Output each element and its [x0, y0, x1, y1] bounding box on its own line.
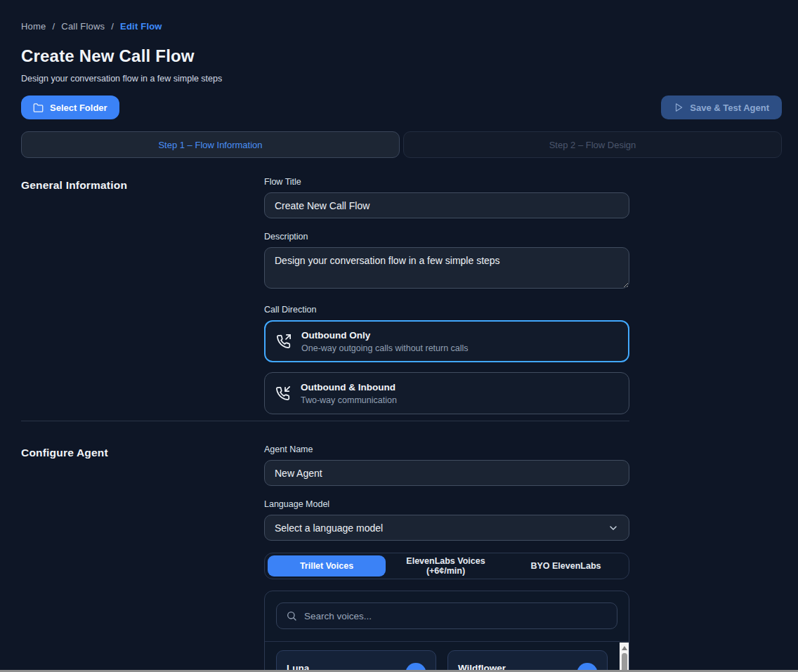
call-direction-label: Call Direction	[264, 305, 629, 315]
chevron-down-icon	[608, 522, 619, 534]
scroll-up-arrow-icon[interactable]	[622, 646, 627, 650]
option-desc: One-way outgoing calls without return ca…	[301, 343, 469, 353]
description-label: Description	[264, 232, 629, 242]
select-folder-label: Select Folder	[50, 103, 107, 113]
option-text: Outbound & Inbound Two-way communication	[301, 382, 397, 405]
description-textarea[interactable]: Design your conversation flow in a few s…	[264, 247, 629, 289]
flow-title-field: Flow Title	[264, 177, 629, 218]
description-field: Description Design your conversation flo…	[264, 232, 629, 291]
breadcrumb-separator: /	[52, 21, 55, 32]
save-test-agent-button[interactable]: Save & Test Agent	[661, 95, 782, 119]
step-tabs: Step 1 – Flow Information Step 2 – Flow …	[21, 131, 782, 158]
search-icon	[286, 610, 297, 621]
voices-scrollbar[interactable]	[620, 643, 629, 672]
step-tab-flow-design[interactable]: Step 2 – Flow Design	[403, 131, 782, 158]
breadcrumb-item-home[interactable]: Home	[21, 21, 46, 32]
voice-provider-tabs: Trillet Voices ElevenLabs Voices (+6¢/mi…	[264, 553, 629, 579]
save-test-agent-label: Save & Test Agent	[690, 103, 769, 113]
language-model-select[interactable]: Select a language model	[264, 515, 629, 541]
option-text: Outbound Only One-way outgoing calls wit…	[301, 330, 469, 353]
language-model-value: Select a language model	[275, 522, 383, 534]
voice-search	[276, 602, 617, 629]
breadcrumb: Home / Call Flows / Edit Flow	[21, 21, 782, 32]
flow-title-input[interactable]	[264, 192, 629, 218]
configure-agent-title: Configure Agent	[21, 444, 264, 672]
voices-grid: Luna Female, Calm Wildflower Alt Female,…	[276, 650, 608, 672]
voice-card-wildflower[interactable]: Wildflower Alt Female, Smart	[447, 650, 608, 672]
language-model-label: Language Model	[264, 499, 629, 509]
voices-list-area: Luna Female, Calm Wildflower Alt Female,…	[265, 641, 629, 672]
play-outline-icon	[674, 103, 683, 112]
agent-name-label: Agent Name	[264, 444, 629, 454]
voice-selection-panel: Luna Female, Calm Wildflower Alt Female,…	[264, 591, 629, 672]
call-direction-field: Call Direction Outbound Only One-way out…	[264, 305, 629, 414]
general-information-title: General Information	[21, 177, 264, 414]
option-title: Outbound & Inbound	[301, 382, 397, 393]
configure-agent-form: Agent Name Language Model Select a langu…	[264, 444, 629, 672]
option-title: Outbound Only	[301, 330, 469, 341]
flow-title-label: Flow Title	[264, 177, 629, 187]
phone-outgoing-icon	[276, 334, 291, 349]
phone-incoming-icon	[275, 386, 290, 401]
configure-agent-section: Configure Agent Agent Name Language Mode…	[21, 444, 782, 672]
voice-tab-byo-elevenlabs[interactable]: BYO ElevenLabs	[506, 561, 626, 571]
voice-tab-elevenlabs[interactable]: ElevenLabs Voices (+6¢/min)	[386, 556, 506, 576]
general-information-section: General Information Flow Title Descripti…	[21, 177, 782, 414]
folder-icon	[33, 103, 44, 113]
voice-tab-trillet[interactable]: Trillet Voices	[268, 555, 386, 577]
call-direction-option-outbound-only[interactable]: Outbound Only One-way outgoing calls wit…	[264, 320, 629, 362]
page-title: Create New Call Flow	[21, 46, 782, 66]
section-divider	[21, 421, 629, 421]
option-desc: Two-way communication	[301, 395, 397, 405]
step-tab-flow-information[interactable]: Step 1 – Flow Information	[21, 131, 400, 158]
select-folder-button[interactable]: Select Folder	[21, 95, 119, 119]
breadcrumb-item-edit-flow[interactable]: Edit Flow	[120, 21, 162, 32]
header-actions-row: Select Folder Save & Test Agent	[21, 95, 782, 119]
breadcrumb-separator: /	[111, 21, 114, 32]
scrollbar-thumb[interactable]	[622, 653, 627, 672]
language-model-field: Language Model Select a language model	[264, 499, 629, 541]
page-container: Home / Call Flows / Edit Flow Create New…	[0, 0, 798, 672]
call-direction-option-outbound-inbound[interactable]: Outbound & Inbound Two-way communication	[264, 372, 629, 414]
general-information-form: Flow Title Description Design your conve…	[264, 177, 629, 414]
breadcrumb-item-call-flows[interactable]: Call Flows	[61, 21, 105, 32]
voice-search-input[interactable]	[304, 611, 608, 621]
voice-card-luna[interactable]: Luna Female, Calm	[276, 650, 436, 672]
page-subtitle: Design your conversation flow in a few s…	[21, 74, 782, 84]
agent-name-input[interactable]	[264, 460, 629, 486]
agent-name-field: Agent Name	[264, 444, 629, 486]
